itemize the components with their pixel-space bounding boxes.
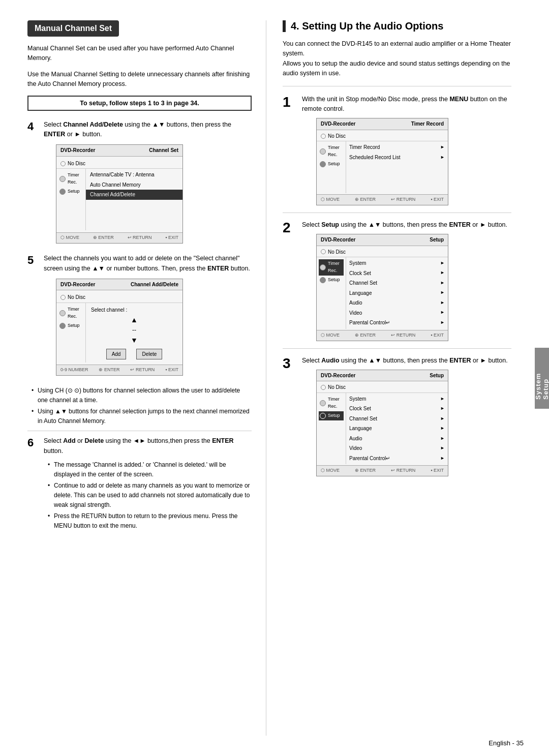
- right-step-2-text: Select Setup using the ▲▼ buttons, then …: [302, 220, 511, 230]
- rscreen1-blank2: [346, 172, 448, 183]
- step-6: 6 Select Add or Delete using the ◄► butt…: [27, 436, 252, 534]
- section-header: Manual Channel Set: [27, 20, 119, 37]
- rscreen3-right: Setup: [430, 372, 444, 380]
- arrow-down: ▼: [91, 336, 177, 345]
- rscreen1-right: Timer Record: [411, 120, 444, 128]
- setup-icon-rs2: [320, 277, 326, 283]
- screen4-auto: Auto Channel Memory: [86, 180, 182, 190]
- rscreen2-audio: Audio ►: [346, 298, 448, 308]
- right-intro-p2: Allows you to setup the audio device and…: [283, 59, 511, 79]
- rscreen2-header: DVD-Recorder Setup: [317, 234, 448, 246]
- footer-page: 35: [516, 739, 524, 747]
- right-step-1-content: With the unit in Stop mode/No Disc mode,…: [302, 95, 511, 205]
- rscreen3-system: System ►: [346, 394, 448, 404]
- rscreen3-setup-left: Setup: [319, 411, 344, 420]
- screen4-blank2: [86, 209, 182, 220]
- screen5-footer-enter: ⊕ ENTER: [99, 367, 119, 374]
- screen4-footer-return: ↩ RETURN: [128, 234, 152, 241]
- screen5-timer-left: Timer Rec.: [58, 305, 83, 321]
- arrow-up: ▲: [91, 316, 177, 324]
- rscreen3-clockset: Clock Set ►: [346, 404, 448, 414]
- rscreen2-timer-left: Timer Rec.: [319, 259, 344, 276]
- page: System Setup Manual Channel Set Manual C…: [0, 0, 549, 756]
- rscreen1-move: ⬡ MOVE: [321, 196, 340, 203]
- divider-1: [27, 431, 252, 431]
- screen4-antenna: Antenna/Cable TV : Antenna: [86, 170, 182, 180]
- right-step-2: 2 Select Setup using the ▲▼ buttons, the…: [283, 220, 511, 349]
- screen5-header: DVD-Recorder Channel Add/Delete: [56, 279, 182, 291]
- rscreen1-enter: ⊕ ENTER: [355, 196, 376, 203]
- rscreen3-disc-text: No Disc: [328, 383, 346, 391]
- page-footer: English - 35: [489, 739, 524, 747]
- rscreen1-blank3: [346, 182, 448, 192]
- bullet-ch: Using CH (⊙ ⊙) buttons for channel selec…: [32, 386, 252, 405]
- setup-icon-rs1: [320, 161, 326, 167]
- screen-step5: DVD-Recorder Channel Add/Delete No Disc: [56, 279, 252, 376]
- rscreen2-video: Video ►: [346, 308, 448, 318]
- screen5-channel-label: Select channel :: [91, 306, 177, 314]
- rscreen2-body: No Disc Timer Rec.: [317, 246, 448, 330]
- intro-text-2: Use the Manual Channel Setting to delete…: [27, 70, 252, 89]
- bullet6-1: The message 'Channel is added.' or 'Chan…: [48, 460, 252, 479]
- step6-enter: ENTER: [212, 437, 233, 444]
- step-5: 5 Select the channels you want to add or…: [27, 254, 252, 379]
- rscreen1-body: No Disc Timer Rec.: [317, 130, 448, 194]
- step6-add: Add: [63, 437, 75, 444]
- setup-icon-rs3: [320, 413, 326, 419]
- rs3-enter: ENTER: [449, 357, 471, 364]
- step6-delete: Delete: [85, 437, 104, 444]
- rscreen-step2: DVD-Recorder Setup No Disc: [316, 234, 448, 341]
- rscreen1-footer: ⬡ MOVE ⊕ ENTER ↩ RETURN ▪ EXIT: [317, 194, 448, 205]
- step-6-content: Select Add or Delete using the ◄► button…: [44, 436, 252, 534]
- right-step-1: 1 With the unit in Stop mode/No Disc mod…: [283, 95, 511, 213]
- screen4-body: No Disc Timer Rec.: [56, 157, 182, 233]
- screen4-timer-text: Timer Rec.: [68, 172, 82, 186]
- rscreen1-timer-left: Timer Rec.: [319, 143, 344, 160]
- step-4-number: 4: [27, 120, 40, 133]
- rscreen2-exit: ▪ EXIT: [431, 332, 444, 339]
- right-step-3-text: Select Audio using the ▲▼ buttons, then …: [302, 356, 511, 366]
- right-column: 4. Setting Up the Audio Options You can …: [266, 20, 526, 736]
- rscreen2-disc-text: No Disc: [328, 248, 346, 256]
- delete-button[interactable]: Delete: [136, 349, 162, 360]
- screen-step5-box: DVD-Recorder Channel Add/Delete No Disc: [56, 279, 183, 376]
- screen4-row-disc: No Disc: [56, 159, 182, 169]
- rscreen2-timer-text: Timer Rec.: [328, 260, 343, 275]
- rscreen1-disc: No Disc: [317, 131, 448, 141]
- rscreen3-timer-left: Timer Rec.: [319, 395, 344, 411]
- rscreen3-body: No Disc Timer Rec.: [317, 381, 448, 465]
- rscreen3-exit: ▪ EXIT: [431, 467, 444, 474]
- rscreen2-setup-left: Setup: [319, 276, 344, 285]
- screen5-footer-return: ↩ RETURN: [130, 367, 155, 374]
- step-5-text: Select the channels you want to add or d…: [44, 254, 252, 274]
- step-5-number: 5: [27, 254, 40, 267]
- disc-icon-rs1: [321, 134, 326, 139]
- step-6-number: 6: [27, 436, 40, 449]
- screen5-row-disc: No Disc: [56, 292, 182, 303]
- rscreen1-scheduled: Scheduled Record List ►: [346, 153, 448, 163]
- screen5-body: No Disc Timer Rec.: [56, 290, 182, 365]
- screen5-title-left: DVD-Recorder: [60, 281, 95, 289]
- rs3-audio: Audio: [321, 357, 339, 364]
- rscreen3-parental: Parental Control↵ ►: [346, 453, 448, 464]
- rscreen1-timer-record: Timer Record ►: [346, 142, 448, 153]
- bullets-step6: The message 'Channel is added.' or 'Chan…: [48, 460, 252, 530]
- setup-icon-s5: [59, 323, 66, 329]
- right-step-2-content: Select Setup using the ▲▼ buttons, then …: [302, 220, 511, 341]
- screen-step4-box: DVD-Recorder Channel Set No Disc: [56, 144, 183, 244]
- bullets-step5: Using CH (⊙ ⊙) buttons for channel selec…: [32, 386, 252, 426]
- rscreen3-return: ↩ RETURN: [391, 467, 415, 474]
- rscreen1-header: DVD-Recorder Timer Record: [317, 118, 448, 130]
- rscreen1-timer-text: Timer Rec.: [328, 144, 343, 159]
- rs2-enter: ENTER: [449, 221, 471, 228]
- rscreen3-setup-text: Setup: [328, 412, 340, 419]
- right-step-3-content: Select Audio using the ▲▼ buttons, then …: [302, 356, 511, 477]
- right-step-3: 3 Select Audio using the ▲▼ buttons, the…: [283, 356, 511, 484]
- screen5-footer: 0-9 NUMBER ⊕ ENTER ↩ RETURN ▪ EXIT: [56, 365, 182, 375]
- rscreen3-video: Video ►: [346, 443, 448, 453]
- screen4-footer-exit: ▪ EXIT: [165, 234, 178, 241]
- rscreen2-setup-text: Setup: [328, 277, 340, 284]
- rscreen3-move: ⬡ MOVE: [321, 467, 340, 474]
- add-button[interactable]: Add: [106, 349, 127, 360]
- setup-icon-s4: [59, 189, 66, 195]
